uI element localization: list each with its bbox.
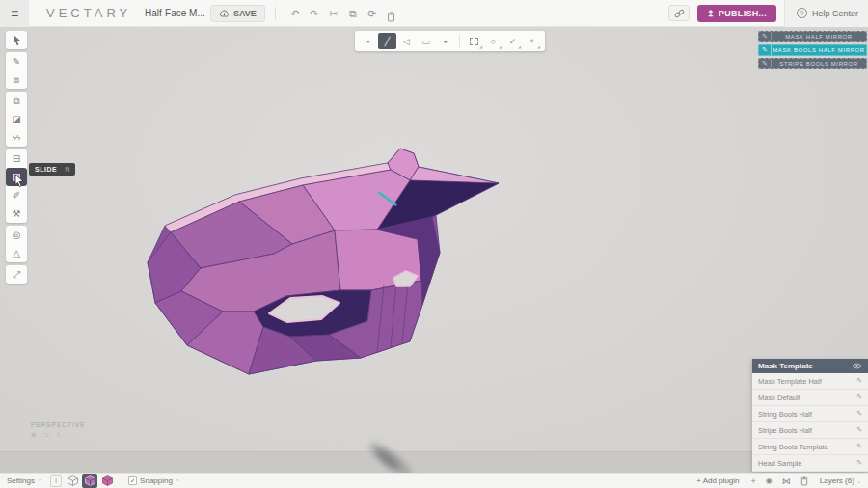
delete-icon[interactable]: [382, 4, 401, 22]
camera-label-block: PERSPECTIVE ⌘· ⌥· ⇧·: [31, 421, 86, 438]
duplicate-tool-button[interactable]: ⧉: [6, 92, 27, 110]
help-center-button[interactable]: ? Help Center: [784, 0, 868, 27]
help-icon: ?: [797, 8, 807, 18]
hammer-tool-button[interactable]: ⚒: [6, 204, 27, 223]
paint-select-button[interactable]: ✓◢: [503, 33, 522, 49]
vectary-logo: VECTARY: [46, 6, 131, 20]
document-title[interactable]: Half-Face M...: [145, 8, 206, 18]
add-layer-icon[interactable]: +: [746, 476, 761, 486]
merge-icon[interactable]: ⋈: [777, 476, 796, 486]
layer-row[interactable]: String Bools Template ✎: [752, 439, 868, 455]
eye-icon[interactable]: [852, 363, 862, 369]
snapping-toggle[interactable]: ✓ Snapping ⌃: [122, 476, 186, 485]
layers-dropdown[interactable]: Layers (6) ⌄: [813, 476, 868, 485]
cloud-upload-icon: [219, 10, 230, 17]
info-toggle[interactable]: i: [50, 475, 62, 487]
object-mode-button[interactable]: ▭: [417, 33, 435, 49]
tooltip-shortcut: N: [65, 166, 69, 173]
upload-icon: ↥: [707, 9, 715, 18]
pencil-icon[interactable]: ✎: [856, 410, 862, 418]
marquee-icon: [470, 38, 478, 45]
deform-tool-button[interactable]: ϟϟ: [6, 128, 27, 147]
publish-button[interactable]: ↥ PUBLISH...: [697, 5, 776, 22]
expand-icon: ⤢: [13, 269, 20, 281]
slide-tool-button-selected[interactable]: [6, 168, 27, 186]
panel-header[interactable]: Mask Template: [752, 359, 868, 373]
pencil-icon[interactable]: ✎: [759, 32, 772, 41]
render-mode-shaded[interactable]: [99, 474, 115, 488]
bevel-tool-button[interactable]: ⊟: [6, 149, 27, 168]
pencil-icon[interactable]: ✎: [856, 393, 862, 401]
slide-tooltip: SLIDE N: [29, 163, 75, 176]
mirror-modifier-stack: ✎ MASK HALF MIRROR ✎ MASK BOOLS HALF MIR…: [758, 31, 867, 69]
bevel-icon: ⊟: [13, 153, 20, 164]
undo-icon[interactable]: ↶: [285, 0, 305, 27]
hammer-icon: ⚒: [13, 208, 21, 219]
mirror-bar-mask-bools-active[interactable]: ✎ MASK BOOLS HALF MIRROR: [758, 44, 867, 56]
edit-mode-toolbar: ▪ ╱ ◁ ▭ ● ◢ ○◢ ✓◢ ⌖◢: [355, 31, 545, 51]
mask-mesh: [148, 149, 499, 374]
solid-cube-icon: [102, 475, 113, 486]
lasso-select-button[interactable]: ○◢: [484, 33, 502, 49]
vertex-mode-button[interactable]: ▪: [359, 33, 377, 49]
camera-hints: ⌘· ⌥· ⇧·: [31, 431, 86, 438]
layer-row[interactable]: Stripe Bools Half ✎: [752, 422, 868, 439]
pen-tool-button[interactable]: ✎: [6, 52, 27, 70]
drop-icon: ◎: [13, 230, 21, 240]
needle-tool-button[interactable]: ✐: [6, 186, 27, 204]
3d-model-mask[interactable]: [0, 27, 868, 473]
pencil-icon[interactable]: ✎: [759, 59, 772, 68]
left-tool-dock: ✎ ⧈ ⧉ ◪ ϟϟ ⊟ ✐ ⚒ ◎ △ ⤢: [6, 31, 27, 284]
layer-row[interactable]: Mask Default ✎: [752, 390, 868, 406]
edge-mode-button-selected[interactable]: ╱: [378, 33, 396, 49]
layer-row[interactable]: Head Sample ✎: [752, 455, 868, 472]
sphere-icon[interactable]: ◉: [761, 476, 777, 485]
help-label: Help Center: [812, 9, 858, 18]
render-mode-shaded-wire-selected[interactable]: [82, 474, 97, 488]
duplicate-icon: ⧉: [13, 95, 19, 107]
select-tool-button[interactable]: [6, 31, 27, 49]
share-link-button[interactable]: [668, 5, 690, 21]
checkbox-checked-icon[interactable]: ✓: [128, 476, 137, 485]
triangulate-tool-button[interactable]: △: [6, 244, 27, 262]
render-mode-wireframe[interactable]: [65, 474, 80, 488]
hamburger-menu-icon[interactable]: ≡: [0, 0, 29, 27]
layer-row[interactable]: String Bools Half ✎: [752, 406, 868, 422]
pencil-icon[interactable]: ✎: [856, 377, 862, 385]
camera-mode-label: PERSPECTIVE: [31, 421, 86, 428]
marquee-select-button[interactable]: ◢: [465, 33, 483, 49]
node-move-button[interactable]: ⌖◢: [523, 33, 541, 49]
topbar-right: ↥ PUBLISH... ? Help Center: [668, 0, 868, 27]
pencil-icon[interactable]: ✎: [856, 443, 862, 450]
divider: [459, 35, 460, 47]
pencil-icon[interactable]: ✎: [856, 426, 862, 434]
viewport-3d[interactable]: PERSPECTIVE ⌘· ⌥· ⇧·: [0, 27, 868, 473]
boolean-icon: ◪: [12, 114, 20, 124]
cut-icon[interactable]: ✂: [324, 0, 343, 27]
primitive-tool-button[interactable]: ⧈: [6, 70, 27, 89]
needle-icon: ✐: [13, 190, 20, 201]
settings-dropdown[interactable]: Settings ⌃: [0, 476, 48, 485]
save-label: SAVE: [233, 9, 257, 18]
pencil-icon[interactable]: ✎: [856, 459, 862, 467]
cursor-icon: [13, 35, 21, 46]
trash-icon[interactable]: [796, 476, 813, 486]
drop-tool-button[interactable]: ◎: [6, 226, 27, 244]
boolean-tool-button[interactable]: ◪: [6, 110, 27, 128]
mirror-bar-stripe-bools[interactable]: ✎ STRIPE BOOLS MIRROR: [758, 58, 867, 69]
duplicate-icon[interactable]: ⧉: [343, 0, 363, 27]
pencil-icon[interactable]: ✎: [759, 45, 772, 55]
rotate-icon[interactable]: ⟳: [363, 0, 382, 27]
divider: [275, 7, 276, 20]
layer-row[interactable]: Mask Template Half ✎: [752, 373, 868, 390]
save-button[interactable]: SAVE: [210, 5, 265, 22]
pen-icon: ✎: [13, 56, 20, 67]
status-bar: Settings ⌃ i ✓ Snapping ⌃ + Add plugin +…: [0, 473, 868, 488]
sphere-mode-button[interactable]: ●: [436, 33, 454, 49]
add-plugin-button[interactable]: + Add plugin: [690, 476, 746, 485]
mirror-bar-mask-half[interactable]: ✎ MASK HALF MIRROR: [758, 31, 867, 42]
face-mode-button[interactable]: ◁: [397, 33, 416, 49]
expand-tool-button[interactable]: ⤢: [6, 265, 27, 284]
triangle-icon: △: [13, 248, 20, 258]
redo-icon[interactable]: ↷: [305, 0, 324, 27]
